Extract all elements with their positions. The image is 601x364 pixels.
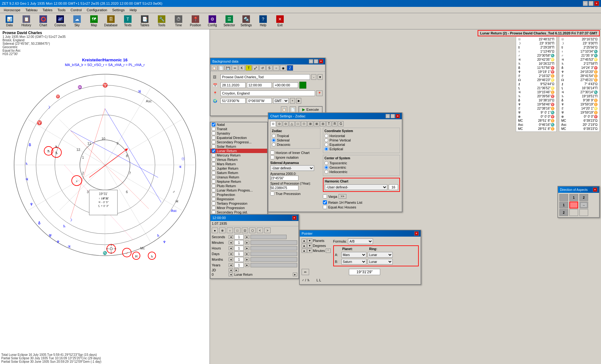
time-ctrl-back[interactable]: < (257, 228, 263, 233)
bg-date-input[interactable] (220, 82, 246, 88)
center-geocentric[interactable]: Geocentric (324, 166, 398, 169)
natal-check-neptune[interactable] (212, 180, 215, 183)
toolbar-settings[interactable]: 🔩 Settings (238, 14, 254, 29)
zodiac-draconic[interactable]: Draconic (272, 143, 319, 146)
cs-tab-9[interactable]: ⊟ (320, 121, 326, 126)
bg-coords-btn1[interactable]: + (290, 98, 295, 104)
cs-tab-10[interactable]: T (326, 121, 331, 126)
coord-horizontal-radio[interactable] (324, 134, 328, 138)
bg-paste-btn[interactable]: 📄 (290, 106, 296, 113)
cs-true-precession[interactable]: True Precession (270, 192, 320, 196)
time-hours-slider[interactable] (251, 246, 297, 250)
menu-horoscope[interactable]: Horoscope (1, 8, 23, 13)
natal-item-venus[interactable]: Venus Return (210, 157, 267, 162)
natal-check-lunar[interactable] (212, 149, 215, 153)
coord-prime-vertical[interactable]: Prime Vertical (324, 138, 398, 142)
natal-check-equatorial[interactable] (212, 136, 215, 140)
sidereal-ayanamsa-select[interactable]: -User defined- (270, 165, 314, 171)
bg-lon-input[interactable] (247, 98, 272, 104)
zodiac-sidereal[interactable]: Sidereal (272, 138, 319, 142)
true-precession-checkbox[interactable] (270, 192, 274, 196)
cs-tab-7[interactable]: ⊞ (308, 121, 313, 126)
cs-tab-3[interactable]: ⊙ (283, 121, 288, 126)
cs-tab-zodiac[interactable]: ⊙ (270, 121, 276, 126)
toolbar-exit[interactable]: ✕ Exit (272, 14, 288, 29)
time-ctrl-play[interactable]: ● (212, 228, 218, 233)
time-ctrl-box[interactable]: □ (234, 228, 241, 233)
varga-checkbox[interactable] (323, 194, 327, 198)
time-seconds-up[interactable]: ► (245, 235, 249, 239)
dir-cell-2-2[interactable] (579, 209, 588, 216)
ayanamsa-2000-input[interactable] (270, 176, 298, 181)
bg-btn-7[interactable]: 🖍 (252, 65, 259, 71)
cs-dialog-close[interactable]: ✕ (396, 114, 400, 118)
bg-location-btn[interactable]: 📍 (316, 90, 323, 96)
natal-item-synastry[interactable]: Synastry (210, 131, 267, 136)
time-seconds-slider[interactable] (251, 235, 287, 239)
cs-tab-11[interactable]: R (332, 121, 337, 126)
center-heliocentric[interactable]: Heliocentric (324, 170, 398, 174)
equal-asc-checkbox[interactable] (323, 205, 327, 209)
toolbar-texts[interactable]: T Texts (120, 14, 136, 29)
cs-tab-4[interactable]: △ (289, 121, 295, 126)
retain-1h-checkbox[interactable] (323, 200, 327, 204)
bg-btn-6[interactable]: T (246, 65, 252, 71)
harmonic-number-input[interactable] (389, 184, 398, 190)
toolbar-selector[interactable]: ☰ Selector (221, 14, 237, 29)
zodiac-tropical[interactable]: Tropical (272, 134, 319, 138)
time-hours-down[interactable]: ◄ (229, 246, 233, 250)
menu-tableau[interactable]: Tableau (23, 8, 40, 13)
natal-item-natal[interactable]: Natal (210, 122, 267, 127)
formula-b-ring-select[interactable]: Lunar (368, 259, 393, 264)
time-minutes-up[interactable]: ► (245, 241, 249, 244)
natal-check-regression[interactable] (212, 197, 215, 201)
bg-btn-12[interactable]: Z (287, 65, 293, 71)
time-ctrl-rect[interactable]: ⊡ (242, 228, 248, 233)
bg-btn-3[interactable]: 💾 (225, 65, 231, 71)
bg-btn-4[interactable]: ═ (232, 65, 238, 71)
time-minutes-down[interactable]: ◄ (229, 241, 233, 244)
toolbar-tables[interactable]: 📑 Tables (137, 14, 153, 29)
bg-offset-input[interactable] (273, 82, 298, 88)
time-years-slider[interactable] (251, 263, 297, 267)
menu-control[interactable]: Control (68, 8, 84, 13)
toolbar-map[interactable]: 🗺 Map (86, 14, 102, 29)
toolbar-time[interactable]: ⏱ Time (170, 14, 187, 29)
formula-a-ring-select[interactable]: Lunar (368, 252, 393, 258)
center-geocentric-radio[interactable] (324, 166, 328, 169)
bg-lat-input[interactable] (220, 98, 246, 104)
pointer-planets-down[interactable]: ▼ (307, 238, 312, 243)
natal-item-lunar-prog[interactable]: Lunar Return Progres... (210, 188, 267, 192)
time-dialog-close[interactable]: ✕ (292, 216, 297, 220)
cs-tab-8[interactable]: ⊞ (314, 121, 319, 126)
natal-item-equatorial[interactable]: Equatorial Direction (210, 136, 267, 140)
time-ctrl-pause[interactable]: ○ (227, 228, 233, 233)
time-years-down[interactable]: ◄ (229, 263, 233, 267)
cs-tab-2[interactable]: ⊙ (277, 121, 282, 126)
center-topocentric-radio[interactable] (324, 161, 328, 165)
menu-configuration[interactable]: Configuration (84, 8, 110, 13)
pointer-degrees-up[interactable]: ▲ (302, 244, 307, 248)
natal-check-transit[interactable] (212, 127, 215, 131)
natal-check-prophection[interactable] (212, 193, 215, 197)
bg-btn-1[interactable]: 📋 (211, 65, 217, 71)
dir-cell-1-1[interactable] (569, 202, 578, 208)
natal-check-solar[interactable] (212, 145, 215, 148)
natal-check-jupiter[interactable] (212, 167, 215, 170)
coord-prime-vertical-radio[interactable] (324, 138, 328, 142)
time-minutes-slider[interactable] (251, 240, 297, 245)
varga-checkbox-group[interactable]: Varga (323, 194, 337, 198)
coord-equatorial[interactable]: Equatorial (324, 143, 398, 146)
minimize-button[interactable]: ─ (583, 1, 588, 6)
zodiac-draconic-radio[interactable] (272, 143, 276, 146)
bg-person-name-input[interactable] (220, 74, 310, 80)
bg-timezone-select[interactable]: GMT (273, 98, 289, 104)
coord-ecliptical[interactable]: Ecliptical (324, 147, 398, 151)
cs-ignore-nutation[interactable]: Ignore nutation (270, 155, 320, 159)
cs-tab-6[interactable]: ☉ (301, 121, 307, 126)
natal-check-uranus[interactable] (212, 175, 215, 179)
equal-asc-checkbox-group[interactable]: Equal Asc Houses (323, 205, 400, 209)
pointer-dialog-close[interactable]: ✕ (414, 231, 419, 236)
time-seconds-input[interactable] (234, 234, 244, 239)
bg-dialog-close[interactable]: ✕ (319, 59, 323, 64)
